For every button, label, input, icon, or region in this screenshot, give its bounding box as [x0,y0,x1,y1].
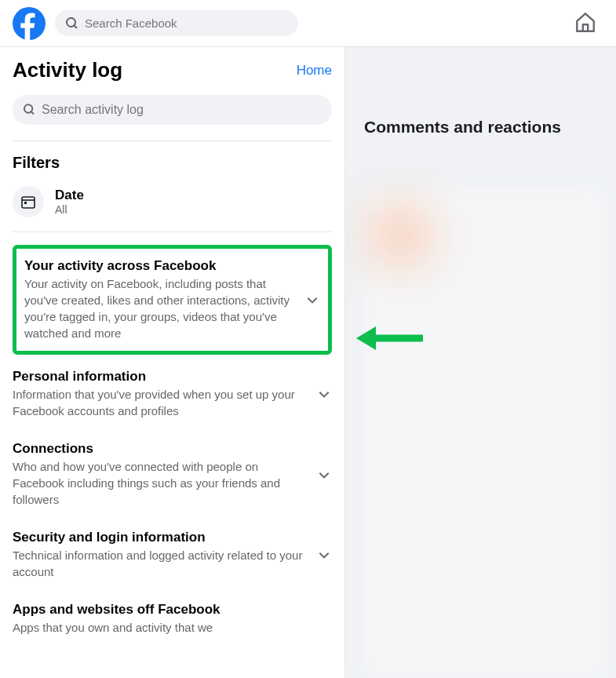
section-desc: Who and how you've connected with people… [13,458,308,508]
section-your-activity[interactable]: Your activity across Facebook Your activ… [24,258,320,341]
sidebar: Activity log Home Filters Date All Your … [0,47,345,678]
search-icon [24,104,35,116]
calendar-icon-wrap [13,186,44,217]
chevron-down-icon [316,467,332,483]
main-heading: Comments and reactions [364,118,597,137]
activity-search[interactable] [13,95,332,125]
date-filter[interactable]: Date All [13,186,332,217]
activity-search-input[interactable] [42,103,321,117]
chevron-down-icon [316,547,332,563]
divider [13,140,332,141]
topbar [0,0,616,47]
section-desc: Apps that you own and activity that we [13,619,324,636]
global-search[interactable] [55,10,298,36]
svg-rect-2 [24,202,27,204]
section-title: Connections [13,441,308,457]
section-connections[interactable]: Connections Who and how you've connected… [13,430,332,519]
section-apps-websites[interactable]: Apps and websites off Facebook Apps that… [13,591,332,647]
home-link[interactable]: Home [297,63,332,78]
section-desc: Technical information and logged activit… [13,547,308,580]
svg-marker-4 [356,326,376,350]
section-title: Apps and websites off Facebook [13,602,324,618]
section-title: Personal information [13,369,308,385]
facebook-logo[interactable] [13,7,46,40]
chevron-down-icon [316,386,332,402]
chevron-down-icon [304,292,320,308]
home-icon [574,10,597,34]
home-nav-button[interactable] [567,4,603,43]
svg-rect-1 [22,197,35,208]
section-title: Security and login information [13,530,308,545]
section-personal-info[interactable]: Personal information Information that yo… [13,358,332,430]
main-panel: Comments and reactions [345,47,616,678]
date-filter-value: All [55,203,84,216]
section-desc: Information that you've provided when yo… [13,386,308,419]
global-search-input[interactable] [85,16,287,30]
page-title: Activity log [13,58,122,82]
filters-heading: Filters [13,154,332,172]
search-icon [66,17,78,30]
highlighted-section: Your activity across Facebook Your activ… [13,245,332,355]
section-desc: Your activity on Facebook, including pos… [24,275,297,341]
section-security-login[interactable]: Security and login information Technical… [13,519,332,591]
calendar-icon [20,194,36,210]
blurred-content [369,204,432,267]
annotation-arrow-icon [356,319,427,358]
section-title: Your activity across Facebook [24,258,297,274]
divider [13,231,332,232]
date-filter-label: Date [55,188,84,203]
